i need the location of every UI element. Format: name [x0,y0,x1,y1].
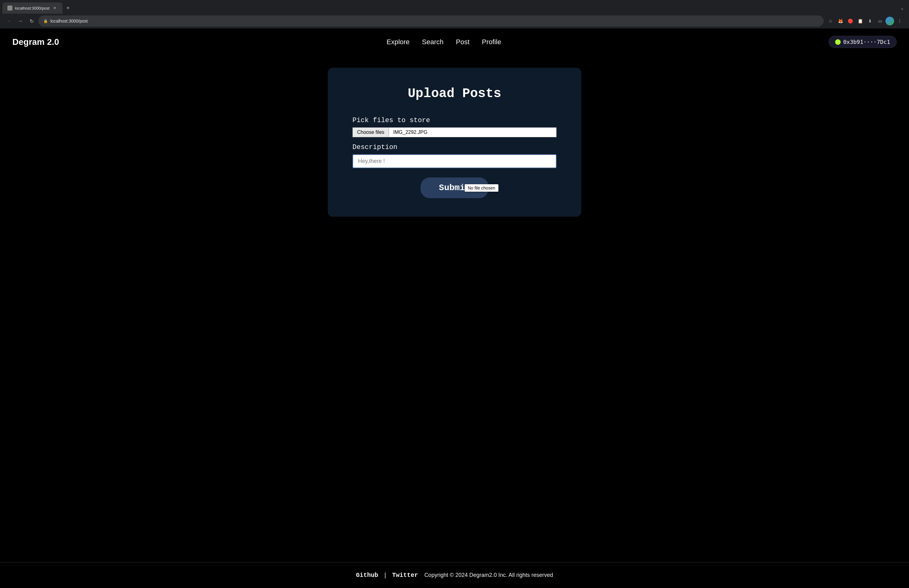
nav-links: Explore Search Post Profile [386,38,501,46]
footer-divider: | [384,572,386,579]
choose-files-button[interactable]: Choose files [352,128,389,137]
nav-explore[interactable]: Explore [386,38,410,46]
extension-icon-1[interactable]: 🦊 [836,17,845,25]
new-tab-button[interactable]: + [64,4,73,12]
nav-post[interactable]: Post [456,38,470,46]
tab-bar: localhost:3000/post ✕ + ⌄ [0,0,909,14]
twitter-link[interactable]: Twitter [392,572,418,579]
wallet-badge[interactable]: 0x3b91····7Dc1 [828,36,897,48]
no-file-tooltip: No file chosen [465,184,499,192]
wallet-status-dot [835,39,841,45]
bookmark-icon[interactable]: ☆ [826,17,835,25]
user-profile-circle[interactable] [885,17,894,25]
extension-icon-3[interactable]: 📋 [856,17,864,25]
wallet-address: 0x3b91····7Dc1 [843,39,890,45]
upload-card: Upload Posts Pick files to store Choose … [328,68,581,217]
navbar: Degram 2.0 Explore Search Post Profile 0… [0,28,909,55]
description-section: Description [352,144,557,168]
tab-title: localhost:3000/post [15,6,50,11]
main-content: Upload Posts Pick files to store Choose … [0,55,909,562]
file-input-wrapper: Choose files IMG_2292.JPG [352,128,557,137]
extension-icon-4[interactable]: ⬇ [866,17,874,25]
app-wrapper: Degram 2.0 Explore Search Post Profile 0… [0,28,909,588]
reload-button[interactable]: ↻ [27,17,36,25]
footer: Github | Twitter Copyright © 2024 Degram… [0,562,909,588]
url-text: localhost:3000/post [50,19,88,24]
description-input[interactable] [352,154,557,168]
browser-actions: ☆ 🦊 🔴 📋 ⬇ ▭ ⋮ [826,17,904,25]
file-label: Pick files to store [352,116,557,124]
browser-menu-icon[interactable]: ⋮ [895,17,904,25]
back-button[interactable]: ← [5,17,14,25]
lock-icon: 🔒 [43,19,48,23]
brand-logo: Degram 2.0 [12,37,59,47]
file-section: Pick files to store Choose files IMG_229… [352,116,557,137]
file-name-display: IMG_2292.JPG [389,128,557,137]
submit-section: Submit No file chosen [352,178,557,198]
active-tab[interactable]: localhost:3000/post ✕ [2,2,63,14]
tab-favicon [7,6,12,11]
forward-button[interactable]: → [16,17,25,25]
url-bar[interactable]: 🔒 localhost:3000/post [38,15,823,27]
tab-close-btn[interactable]: ✕ [52,5,58,11]
extension-icon-2[interactable]: 🔴 [846,17,854,25]
description-label: Description [352,144,557,151]
nav-search[interactable]: Search [422,38,444,46]
nav-profile[interactable]: Profile [482,38,501,46]
github-link[interactable]: Github [356,572,378,579]
tab-chevron-icon[interactable]: ⌄ [898,4,907,12]
address-bar: ← → ↻ 🔒 localhost:3000/post ☆ 🦊 🔴 📋 ⬇ ▭ … [0,14,909,28]
footer-copyright: Copyright © 2024 Degram2.0 Inc. All righ… [424,572,553,578]
browser-chrome: localhost:3000/post ✕ + ⌄ ← → ↻ 🔒 localh… [0,0,909,28]
upload-title: Upload Posts [352,86,557,101]
extension-icon-5[interactable]: ▭ [876,17,884,25]
tab-right-controls: ⌄ [898,4,907,12]
